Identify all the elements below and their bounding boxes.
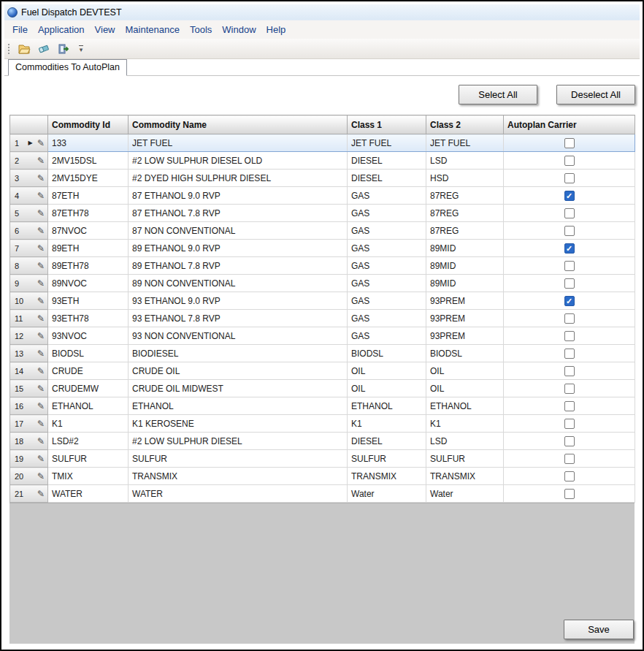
cell-class-1[interactable]: GAS [348,187,426,205]
cell-commodity-name[interactable]: #2 LOW SULPHUR DIESEL OLD [129,152,348,170]
row-header[interactable]: 5✎ [10,205,48,222]
cell-class-1[interactable]: ETHANOL [348,397,426,415]
cell-commodity-id[interactable]: 133 [48,134,129,152]
cell-class-2[interactable]: HSD [426,170,504,187]
cell-commodity-name[interactable]: 93 ETHANOL 9.0 RVP [129,292,348,310]
cell-commodity-name[interactable]: 89 ETHANOL 7.8 RVP [129,257,348,275]
row-header[interactable]: 21✎ [10,485,48,503]
cell-class-1[interactable]: TRANSMIX [348,468,426,485]
column-header-commodity-id[interactable]: Commodity Id [48,115,129,134]
cell-class-1[interactable]: OIL [348,380,426,397]
cell-class-2[interactable]: K1 [426,415,504,433]
cell-commodity-id[interactable]: 89ETH [48,240,129,257]
cell-class-2[interactable]: ETHANOL [426,397,504,415]
cell-class-2[interactable]: JET FUEL [426,134,504,152]
cell-class-1[interactable]: BIODSL [348,345,426,362]
cell-class-1[interactable]: GAS [348,310,426,327]
cell-commodity-id[interactable]: 87ETH [48,187,129,205]
cell-class-1[interactable]: GAS [348,257,426,275]
row-header[interactable]: 15✎ [10,380,48,397]
cell-class-2[interactable]: OIL [426,362,504,380]
cell-class-1[interactable]: JET FUEL [348,134,426,152]
cell-commodity-id[interactable]: 2MV15DSL [48,152,129,170]
cell-commodity-name[interactable]: #2 LOW SULPHUR DIESEL [129,433,348,450]
cell-class-2[interactable]: BIODSL [426,345,504,362]
cell-class-2[interactable]: 93PREM [426,310,504,327]
toolbar-overflow-icon[interactable]: ▾ [76,44,86,53]
autoplan-checkbox[interactable] [564,261,575,271]
autoplan-checkbox[interactable] [564,313,575,324]
autoplan-checkbox[interactable] [564,454,575,464]
cell-commodity-name[interactable]: K1 KEROSENE [129,415,348,433]
row-header[interactable]: 8✎ [10,257,48,275]
row-header[interactable]: 20✎ [10,468,48,485]
autoplan-checkbox[interactable] [564,471,575,481]
cell-class-1[interactable]: DIESEL [348,152,426,170]
menu-item-view[interactable]: View [90,22,120,37]
cell-commodity-id[interactable]: WATER [48,485,129,503]
deselect-all-button[interactable]: Deselect All [556,85,635,104]
cell-commodity-id[interactable]: 2MV15DYE [48,170,129,187]
cell-commodity-id[interactable]: K1 [48,415,129,433]
cell-class-2[interactable]: Water [426,485,504,503]
cell-commodity-name[interactable]: 93 ETHANOL 7.8 RVP [129,310,348,327]
toolbar-grip-handle[interactable] [7,43,10,55]
autoplan-checkbox[interactable] [564,489,575,499]
cell-class-2[interactable]: 89MID [426,257,504,275]
row-header[interactable]: 2✎ [10,152,48,170]
cell-commodity-name[interactable]: 93 NON CONVENTIONAL [129,327,348,345]
autoplan-checkbox[interactable] [564,366,575,376]
tab-commodities-to-autoplan[interactable]: Commodities To AutoPlan [8,59,127,76]
column-header-autoplan-carrier[interactable]: Autoplan Carrier [504,115,635,134]
row-header[interactable]: 9✎ [10,275,48,292]
row-header[interactable]: 6✎ [10,222,48,240]
cell-commodity-id[interactable]: 87ETH78 [48,205,129,222]
cell-class-1[interactable]: DIESEL [348,433,426,450]
autoplan-checkbox[interactable] [564,191,575,201]
cell-commodity-id[interactable]: ETHANOL [48,397,129,415]
cell-commodity-name[interactable]: 87 NON CONVENTIONAL [129,222,348,240]
cell-class-2[interactable]: 89MID [426,240,504,257]
menu-item-window[interactable]: Window [217,22,261,37]
cell-commodity-name[interactable]: 87 ETHANOL 9.0 RVP [129,187,348,205]
cell-class-1[interactable]: GAS [348,327,426,345]
autoplan-checkbox[interactable] [564,401,575,411]
cell-class-2[interactable]: TRANSMIX [426,468,504,485]
row-header[interactable]: 12✎ [10,327,48,345]
cell-commodity-id[interactable]: 87NVOC [48,222,129,240]
cell-commodity-name[interactable]: #2 DYED HIGH SULPHUR DIESEL [129,170,348,187]
cell-commodity-id[interactable]: 93ETH [48,292,129,310]
clear-icon[interactable] [35,41,52,57]
cell-class-1[interactable]: GAS [348,292,426,310]
app-icon[interactable] [7,7,18,18]
cell-class-2[interactable]: 87REG [426,222,504,240]
column-header-class-2[interactable]: Class 2 [426,115,504,134]
autoplan-checkbox[interactable] [564,138,575,148]
select-all-button[interactable]: Select All [459,85,537,104]
cell-commodity-id[interactable]: SULFUR [48,450,129,468]
cell-class-1[interactable]: GAS [348,275,426,292]
cell-class-1[interactable]: K1 [348,415,426,433]
row-header[interactable]: 11✎ [10,310,48,327]
autoplan-checkbox[interactable] [564,436,575,446]
cell-commodity-name[interactable]: SULFUR [129,450,348,468]
row-header[interactable]: 10✎ [10,292,48,310]
row-header[interactable]: 1▶✎ [10,134,48,152]
menu-item-maintenance[interactable]: Maintenance [120,22,185,37]
autoplan-checkbox[interactable] [564,243,575,254]
row-header[interactable]: 17✎ [10,415,48,433]
menu-item-help[interactable]: Help [261,22,291,37]
cell-class-1[interactable]: Water [348,485,426,503]
autoplan-checkbox[interactable] [564,226,575,236]
cell-commodity-id[interactable]: CRUDE [48,362,129,380]
menu-item-tools[interactable]: Tools [185,22,217,37]
cell-class-2[interactable]: LSD [426,433,504,450]
cell-class-2[interactable]: 93PREM [426,327,504,345]
menu-item-file[interactable]: File [7,22,33,37]
cell-commodity-id[interactable]: CRUDEMW [48,380,129,397]
autoplan-checkbox[interactable] [564,384,575,394]
cell-class-1[interactable]: GAS [348,240,426,257]
autoplan-checkbox[interactable] [564,156,575,166]
cell-commodity-name[interactable]: TRANSMIX [129,468,348,485]
cell-class-2[interactable]: OIL [426,380,504,397]
